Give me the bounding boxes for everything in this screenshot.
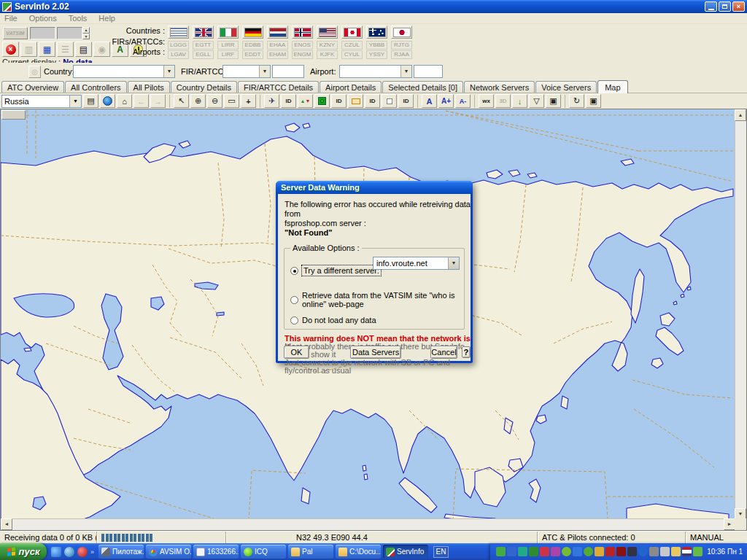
- airport-button[interactable]: ENGM: [292, 50, 313, 59]
- tab-voice-servers[interactable]: Voice Servers: [535, 81, 597, 93]
- show-fir-button[interactable]: [348, 94, 363, 108]
- chevron-down-icon[interactable]: ▼: [69, 96, 81, 107]
- show-pilots-button[interactable]: ✈: [264, 94, 279, 108]
- quick-launch-icon[interactable]: [77, 547, 88, 557]
- flag-button-usa[interactable]: [317, 26, 338, 39]
- flag-button-australia[interactable]: [366, 26, 387, 39]
- airport-id-toggle[interactable]: ID: [398, 94, 414, 108]
- tray-icon[interactable]: [573, 547, 582, 556]
- radio-icon[interactable]: [290, 316, 298, 324]
- tab-country-details[interactable]: Country Details: [171, 81, 237, 93]
- radio-label[interactable]: Do not load any data: [302, 316, 376, 324]
- tray-icon[interactable]: [529, 547, 538, 556]
- font-smaller-button[interactable]: A-: [455, 94, 471, 108]
- pan-tool-button[interactable]: +: [241, 94, 256, 108]
- flag-button-japan[interactable]: [391, 26, 412, 39]
- option-do-not-load[interactable]: Do not load any data: [290, 316, 376, 324]
- atc-id-toggle[interactable]: ID: [331, 94, 347, 108]
- option-try-different-server[interactable]: Try a different server:: [290, 265, 381, 276]
- rect-zoom-button[interactable]: ▭: [224, 94, 239, 108]
- tray-icon[interactable]: [627, 547, 637, 556]
- zoom-out-button[interactable]: ⊖: [207, 94, 222, 108]
- fir-button[interactable]: RJTG: [391, 41, 412, 50]
- airport-button[interactable]: YSSY: [366, 50, 387, 59]
- waypoints-toggle[interactable]: ▲▼: [298, 94, 313, 108]
- vatsim-logo-button[interactable]: VATSIM: [3, 27, 28, 39]
- task-button-pal[interactable]: Pal: [288, 545, 333, 559]
- tab-atc-overview[interactable]: ATC Overview: [1, 81, 64, 93]
- lock-icon[interactable]: [649, 547, 659, 556]
- grid-view-button[interactable]: ▦: [39, 42, 55, 57]
- chevron-overflow-icon[interactable]: »: [90, 548, 94, 556]
- refresh-map-button[interactable]: ↻: [569, 94, 584, 108]
- altitude-filter-button[interactable]: ↓: [512, 94, 527, 108]
- tab-selected-details[interactable]: Selected Details [0]: [382, 81, 463, 93]
- chevron-down-icon[interactable]: ▼: [400, 66, 411, 77]
- ok-button[interactable]: OK: [284, 346, 309, 359]
- fir-button[interactable]: KZNY: [317, 41, 338, 50]
- tab-map[interactable]: Map: [597, 80, 627, 93]
- tab-all-pilots[interactable]: All Pilots: [128, 81, 170, 93]
- network-combo-2[interactable]: [57, 27, 82, 39]
- tray-icon[interactable]: [496, 547, 506, 556]
- airport-button[interactable]: RJAA: [391, 50, 412, 59]
- radio-icon[interactable]: [290, 296, 298, 304]
- tab-all-controllers[interactable]: All Controllers: [65, 81, 126, 93]
- barcode-button[interactable]: ▥: [20, 42, 37, 57]
- tray-icon[interactable]: [605, 547, 615, 556]
- pointer-tool-button[interactable]: ↖: [174, 94, 189, 108]
- country-filter-combo[interactable]: ▼: [73, 65, 175, 78]
- filter-button[interactable]: ▽: [529, 94, 544, 108]
- menu-file[interactable]: File: [4, 14, 18, 23]
- tab-fir-details[interactable]: FIR/ARTCC Details: [238, 81, 319, 93]
- help-button[interactable]: ?: [462, 346, 471, 358]
- fir-button[interactable]: EHAA: [267, 41, 288, 50]
- tray-icon[interactable]: [584, 547, 593, 556]
- tray-icon[interactable]: [507, 547, 516, 556]
- menu-help[interactable]: Help: [98, 14, 115, 23]
- bluetooth-icon[interactable]: [638, 547, 648, 556]
- disconnect-button[interactable]: ×: [2, 42, 19, 57]
- settings-button[interactable]: ▣: [586, 94, 601, 108]
- airport-button[interactable]: LGAV: [168, 50, 189, 59]
- cancel-button[interactable]: Cancel: [430, 346, 457, 359]
- flag-button-greece[interactable]: [168, 26, 189, 39]
- font-larger-button[interactable]: A+: [438, 94, 454, 108]
- tray-icon[interactable]: [562, 547, 571, 556]
- task-button-documents[interactable]: C:\Docu...: [336, 545, 381, 559]
- airport-button[interactable]: EGLL: [193, 50, 214, 59]
- airport-button[interactable]: EHAM: [267, 50, 288, 59]
- fir-button[interactable]: LGGG: [168, 41, 189, 50]
- region-combo[interactable]: Russia ▼: [1, 95, 82, 108]
- chevron-down-icon[interactable]: ▼: [448, 257, 459, 269]
- task-button-icq[interactable]: ICQ: [241, 545, 286, 559]
- locate-button[interactable]: ◎: [28, 66, 41, 78]
- task-button-servinfo[interactable]: ServInfo: [383, 545, 428, 559]
- tab-network-servers[interactable]: Network Servers: [464, 81, 535, 93]
- tray-icon[interactable]: [595, 547, 604, 556]
- tray-icon[interactable]: [551, 547, 560, 556]
- flag-button-uk[interactable]: [193, 26, 214, 39]
- language-flag-icon[interactable]: [682, 547, 692, 556]
- close-button[interactable]: ×: [732, 1, 745, 12]
- chevron-down-icon[interactable]: ▼: [163, 66, 174, 77]
- horizontal-scrollbar[interactable]: ◄ ►: [1, 518, 735, 530]
- menu-tools[interactable]: Tools: [69, 14, 88, 23]
- fir-button[interactable]: EDBB: [242, 41, 263, 50]
- flag-button-norway[interactable]: [292, 26, 313, 39]
- font-normal-button[interactable]: A: [422, 94, 437, 108]
- folder-tray-icon[interactable]: [671, 547, 681, 556]
- list-view-button[interactable]: ☰: [57, 42, 74, 57]
- world-view-button[interactable]: [100, 94, 115, 108]
- task-button-pilotazh[interactable]: Пилотаж...: [98, 545, 144, 559]
- tab-airport-details[interactable]: Airport Details: [320, 81, 382, 93]
- airport-button[interactable]: EDDT: [242, 50, 263, 59]
- tray-icon[interactable]: [616, 547, 626, 556]
- fir-button[interactable]: ENOS: [292, 41, 313, 50]
- home-view-button[interactable]: ⌂: [117, 94, 132, 108]
- airport-filter-input[interactable]: [414, 65, 443, 78]
- zoom-in-button[interactable]: ⊕: [190, 94, 206, 108]
- threed-toggle[interactable]: 3D: [495, 94, 511, 108]
- fir-id-toggle[interactable]: ID: [365, 94, 380, 108]
- fir-button[interactable]: CZUL: [341, 41, 363, 50]
